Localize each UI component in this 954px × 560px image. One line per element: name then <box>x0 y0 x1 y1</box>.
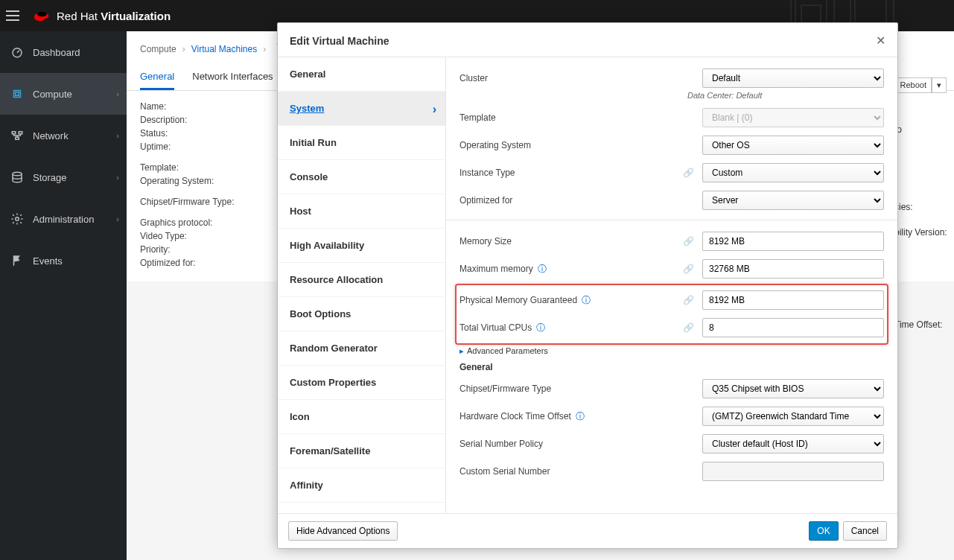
chevron-right-icon: › <box>116 89 119 98</box>
nav-administration[interactable]: Administration› <box>0 198 127 240</box>
svg-point-0 <box>37 12 47 16</box>
breadcrumb-compute[interactable]: Compute <box>140 44 177 54</box>
svg-point-7 <box>13 172 22 176</box>
tab-general[interactable]: General <box>140 63 174 90</box>
nav-label: Storage <box>33 172 67 183</box>
nav-compute[interactable]: Compute› <box>0 73 127 115</box>
nav-storage[interactable]: Storage› <box>0 156 127 198</box>
nav-label: Compute <box>33 89 72 100</box>
peek-label: cies: <box>894 202 954 212</box>
nav-network[interactable]: Network› <box>0 115 127 156</box>
detail-tabs: GeneralNetwork Interfaces <box>127 63 954 91</box>
nav-label: Events <box>33 255 63 267</box>
detail-row: Priority: <box>140 244 941 255</box>
svg-rect-2 <box>14 91 21 98</box>
detail-row: Description: <box>140 115 941 125</box>
breadcrumb: Compute › Virtual Machines › T <box>127 31 954 63</box>
hamburger-menu[interactable] <box>6 7 24 25</box>
chevron-right-icon: › <box>116 173 119 182</box>
nav-dashboard[interactable]: Dashboard <box>0 31 127 73</box>
main-pane: ↻ Reboot ▾ Compute › Virtual Machines › … <box>127 31 954 560</box>
svg-rect-5 <box>19 132 22 134</box>
toolbar-peek: ↻ Reboot ▾ <box>885 77 947 93</box>
detail-row: Name: <box>140 101 941 112</box>
detail-body: Name:Description:Status:Uptime:Template:… <box>127 91 954 281</box>
chevron-right-icon: › <box>182 44 185 54</box>
gear-icon <box>10 212 24 226</box>
detail-row: Operating System: <box>140 176 941 186</box>
tab-network-interfaces[interactable]: Network Interfaces <box>192 63 273 90</box>
reboot-menu-button[interactable]: ▾ <box>932 77 947 93</box>
peek-label: Time Offset: <box>894 319 954 330</box>
svg-point-8 <box>16 217 19 221</box>
nav-label: Administration <box>33 214 94 225</box>
detail-row: Template: <box>140 162 941 173</box>
breadcrumb-vms[interactable]: Virtual Machines <box>191 44 258 54</box>
redhat-logo-icon <box>31 8 51 23</box>
svg-rect-4 <box>12 132 16 134</box>
chevron-right-icon: › <box>263 44 266 54</box>
nav-events[interactable]: Events <box>0 240 127 281</box>
chevron-right-icon: › <box>116 131 119 140</box>
right-column-peek: focies:bility Version:Time Offset: <box>894 124 954 345</box>
flag-icon <box>10 254 24 267</box>
detail-row: Chipset/Firmware Type: <box>140 197 941 207</box>
nav-label: Dashboard <box>33 47 80 58</box>
detail-row: Status: <box>140 128 941 139</box>
chevron-right-icon: › <box>116 214 119 223</box>
detail-row: Optimized for: <box>140 258 941 268</box>
reboot-button[interactable]: ↻ Reboot <box>885 77 932 93</box>
svg-rect-3 <box>16 92 19 96</box>
vm-name: T <box>276 40 285 57</box>
svg-rect-6 <box>16 137 19 139</box>
detail-row: Uptime: <box>140 141 941 152</box>
brand: Red Hat Virtualization <box>31 8 171 23</box>
gauge-icon <box>10 45 24 59</box>
nav-label: Network <box>33 130 69 141</box>
cpu-icon <box>10 87 24 101</box>
db-icon <box>10 171 24 184</box>
topbar: Red Hat Virtualization <box>0 0 954 31</box>
brand-text: Red Hat Virtualization <box>57 10 171 22</box>
left-nav: DashboardCompute›Network›Storage›Adminis… <box>0 31 127 560</box>
topbar-decoration <box>686 0 924 31</box>
detail-row: Graphics protocol: <box>140 217 941 228</box>
detail-row: Video Type: <box>140 231 941 241</box>
peek-label: bility Version: <box>894 227 954 238</box>
peek-label: fo <box>894 124 954 135</box>
net-icon <box>10 129 24 142</box>
